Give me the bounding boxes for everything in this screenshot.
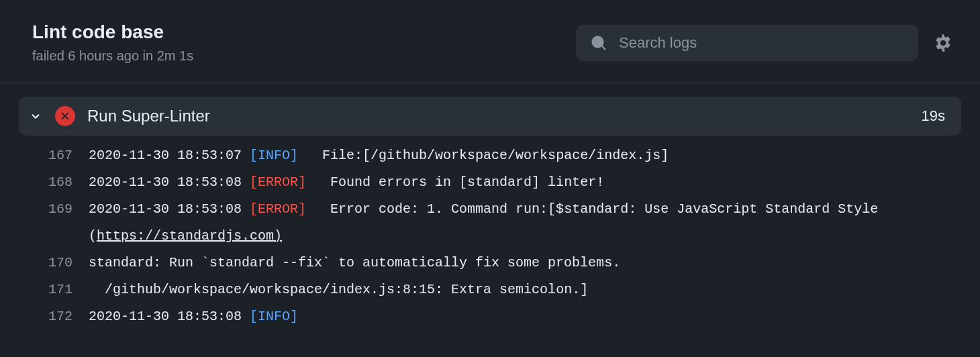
page-title: Lint code base [32, 21, 193, 43]
log-line-content: 2020-11-30 18:53:08 [ERROR] Found errors… [89, 169, 961, 196]
log-line: 1672020-11-30 18:53:07 [INFO] File:[/git… [19, 142, 961, 169]
log-line: 1692020-11-30 18:53:08 [ERROR] Error cod… [19, 196, 961, 250]
error-badge [55, 106, 75, 126]
log-level: [INFO] [250, 148, 298, 163]
log-line: 170standard: Run `standard --fix` to aut… [19, 250, 961, 276]
log-timestamp: 2020-11-30 18:53:08 [89, 309, 250, 324]
log-level: [INFO] [250, 309, 298, 324]
log-line: 171 /github/workspace/workspace/index.js… [19, 276, 961, 303]
log-timestamp: 2020-11-30 18:53:08 [89, 174, 250, 190]
log-link[interactable]: https://standardjs.com) [97, 228, 282, 244]
chevron-down-icon[interactable] [28, 109, 43, 123]
log-line-number: 168 [19, 169, 89, 196]
search-input[interactable] [619, 34, 903, 52]
log-line-number: 170 [19, 250, 89, 276]
search-box[interactable] [576, 25, 918, 61]
log-message: Found errors in [standard] linter! [306, 174, 604, 190]
log-line-number: 171 [19, 276, 89, 303]
log-line-number: 167 [19, 142, 89, 169]
log-line-content: 2020-11-30 18:53:08 [INFO] [89, 303, 961, 330]
log-line-number: 169 [19, 196, 89, 223]
step-row[interactable]: Run Super-Linter 19s [19, 97, 961, 136]
log-line-content: standard: Run `standard --fix` to automa… [89, 250, 961, 276]
log-area: 1672020-11-30 18:53:07 [INFO] File:[/git… [0, 136, 980, 330]
step-duration: 19s [922, 107, 945, 125]
log-line: 1722020-11-30 18:53:08 [INFO] [19, 303, 961, 330]
header-left: Lint code base failed 6 hours ago in 2m … [32, 21, 193, 64]
log-line-number: 172 [19, 303, 89, 330]
log-line-content: 2020-11-30 18:53:07 [INFO] File:[/github… [89, 142, 961, 169]
log-timestamp: 2020-11-30 18:53:08 [89, 201, 250, 217]
log-line: 1682020-11-30 18:53:08 [ERROR] Found err… [19, 169, 961, 196]
header-right [576, 25, 952, 61]
log-line-content: 2020-11-30 18:53:08 [ERROR] Error code: … [89, 196, 961, 250]
gear-icon[interactable] [934, 34, 952, 52]
log-message: File:[/github/workspace/workspace/index.… [298, 148, 669, 163]
log-timestamp: 2020-11-30 18:53:07 [89, 148, 250, 163]
log-header: Lint code base failed 6 hours ago in 2m … [0, 0, 980, 83]
search-icon [591, 35, 607, 51]
step-title: Run Super-Linter [87, 107, 910, 125]
log-level: [ERROR] [250, 174, 306, 190]
page-subtitle: failed 6 hours ago in 2m 1s [32, 48, 193, 64]
log-level: [ERROR] [250, 201, 306, 217]
log-line-content: /github/workspace/workspace/index.js:8:1… [89, 276, 961, 303]
